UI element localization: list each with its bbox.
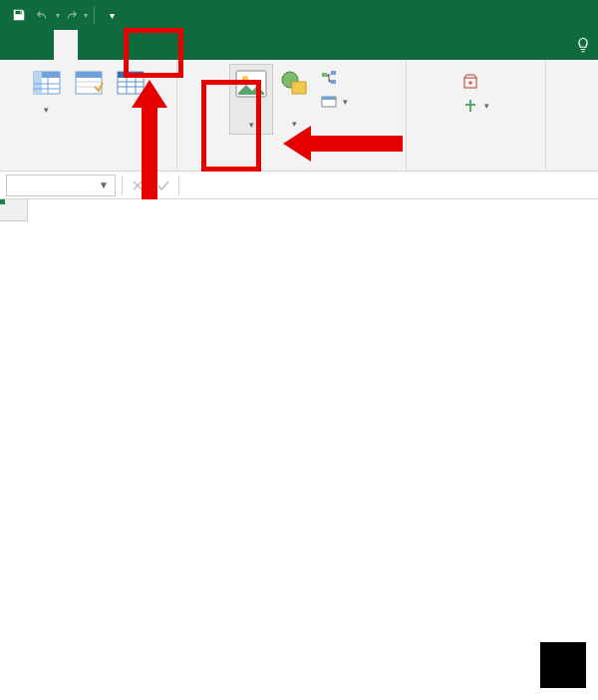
- tab-home[interactable]: [30, 30, 54, 60]
- store-icon: [462, 74, 478, 90]
- redo-button[interactable]: [60, 4, 82, 26]
- svg-rect-4: [76, 72, 102, 78]
- ribbon-group-partial: [546, 60, 564, 171]
- svg-rect-2: [34, 72, 42, 94]
- svg-rect-12: [331, 71, 336, 75]
- pivot-table-label: ▾: [44, 102, 49, 117]
- ribbon-group-addins: ▾: [407, 60, 546, 171]
- svg-rect-15: [322, 97, 336, 100]
- shapes-label: ▾: [292, 102, 297, 131]
- svg-rect-6: [118, 72, 144, 78]
- select-all-corner[interactable]: [0, 199, 28, 221]
- pivot-table-button[interactable]: ▾: [26, 64, 68, 119]
- tab-view[interactable]: [173, 30, 197, 60]
- ribbon: ▾ ▾: [0, 60, 598, 172]
- tab-insert[interactable]: [54, 30, 78, 60]
- my-addins-button[interactable]: ▾: [458, 96, 493, 116]
- formula-bar: ▼: [0, 172, 598, 199]
- svg-point-8: [242, 76, 248, 82]
- smartart-icon: [321, 70, 337, 86]
- tab-help[interactable]: [197, 30, 221, 60]
- svg-rect-10: [292, 82, 306, 94]
- ribbon-group-illustrations: ▾ ▾ ▾: [177, 60, 407, 171]
- addins-icon: [462, 98, 478, 114]
- tell-me-button[interactable]: [574, 30, 592, 60]
- screenshot-icon: [321, 94, 337, 110]
- insert-function-button[interactable]: [181, 175, 207, 196]
- svg-rect-13: [331, 80, 336, 84]
- pivot-table-icon: [30, 66, 64, 100]
- shapes-button[interactable]: ▾: [273, 64, 315, 133]
- ribbon-group-tables: ▾: [0, 60, 177, 171]
- svg-rect-11: [322, 73, 327, 77]
- ribbon-tabs: [0, 30, 598, 60]
- tab-layout[interactable]: [78, 30, 102, 60]
- enter-formula-button[interactable]: [150, 175, 176, 196]
- recommended-pivot-icon: [72, 66, 106, 100]
- shapes-icon: [277, 66, 311, 100]
- recommended-pivot-button[interactable]: [68, 64, 110, 104]
- table-button[interactable]: [110, 64, 151, 104]
- tab-formulas[interactable]: [102, 30, 126, 60]
- tab-data[interactable]: [126, 30, 150, 60]
- partial-button[interactable]: [550, 68, 558, 72]
- cancel-formula-button[interactable]: [125, 175, 150, 196]
- customize-qat-button[interactable]: ▾: [101, 4, 123, 26]
- get-addins-button[interactable]: [458, 72, 493, 92]
- save-button[interactable]: [8, 4, 30, 26]
- tab-review[interactable]: [150, 30, 173, 60]
- quick-access-toolbar: ▾ ▾ ▾: [0, 0, 598, 30]
- screenshot-button[interactable]: ▾: [317, 92, 352, 112]
- name-box-dropdown-icon: ▼: [99, 179, 109, 190]
- undo-button[interactable]: [32, 4, 54, 26]
- smartart-button[interactable]: [317, 68, 352, 88]
- picture-icon: [234, 67, 268, 101]
- spreadsheet-grid[interactable]: [0, 199, 598, 700]
- picture-button[interactable]: ▾: [229, 64, 273, 135]
- table-icon: [114, 66, 148, 100]
- formula-input[interactable]: [207, 175, 598, 196]
- tab-file[interactable]: [6, 30, 30, 60]
- name-box[interactable]: ▼: [6, 175, 116, 196]
- picture-label: ▾: [249, 103, 254, 132]
